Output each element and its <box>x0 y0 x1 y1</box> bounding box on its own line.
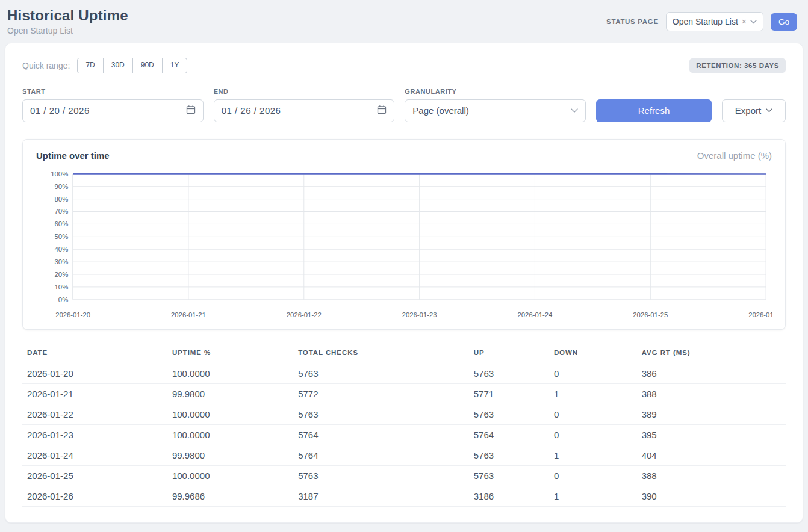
table-row: 2026-01-23100.0000576457640395 <box>22 424 786 445</box>
table-cell: 5763 <box>293 363 469 383</box>
uptime-chart-card: Uptime over time Overall uptime (%) 100%… <box>22 139 786 330</box>
calendar-icon[interactable] <box>377 105 387 117</box>
table-cell: 2026-01-26 <box>22 486 167 506</box>
start-date-field: START 01 / 20 / 2026 <box>22 88 204 122</box>
go-button[interactable]: Go <box>771 13 797 31</box>
table-cell: 99.9800 <box>167 445 293 465</box>
svg-text:10%: 10% <box>55 283 69 290</box>
quick-range-wrap: Quick range: 7D30D90D1Y <box>22 58 187 73</box>
table-cell: 0 <box>549 424 637 445</box>
page: Historical Uptime Open Startup List STAT… <box>0 0 808 523</box>
table-row: 2026-01-2499.9800576457631404 <box>22 445 786 465</box>
table-row: 2026-01-2699.9686318731861390 <box>22 486 786 506</box>
quick-range-label: Quick range: <box>22 61 70 70</box>
table-cell: 5763 <box>293 465 469 486</box>
export-button[interactable]: Export <box>722 99 786 122</box>
table-cell: 5764 <box>293 445 469 465</box>
chart-title: Uptime over time <box>36 150 110 161</box>
svg-text:40%: 40% <box>55 246 69 253</box>
table-cell: 3187 <box>293 486 469 506</box>
svg-text:2026-01-21: 2026-01-21 <box>171 311 206 318</box>
start-date-input[interactable]: 01 / 20 / 2026 <box>22 99 204 122</box>
refresh-button[interactable]: Refresh <box>596 99 712 122</box>
page-subtitle: Open Startup List <box>7 26 128 36</box>
table-cell: 2026-01-24 <box>22 445 167 465</box>
quick-range-1y[interactable]: 1Y <box>162 58 188 73</box>
status-page-select[interactable]: Open Startup List × <box>666 12 763 31</box>
svg-text:70%: 70% <box>55 208 69 215</box>
table-row: 2026-01-22100.0000576357630389 <box>22 404 786 424</box>
column-header: UPTIME % <box>167 345 293 363</box>
table-cell: 0 <box>549 465 637 486</box>
table-cell: 0 <box>549 404 637 424</box>
table-cell: 388 <box>637 465 786 486</box>
uptime-table-head: DATEUPTIME %TOTAL CHECKSUPDOWNAVG RT (MS… <box>22 345 786 363</box>
retention-badge: RETENTION: 365 DAYS <box>689 58 786 73</box>
table-cell: 389 <box>637 404 786 424</box>
table-cell: 2026-01-20 <box>22 363 167 383</box>
svg-text:30%: 30% <box>55 258 69 265</box>
table-row: 2026-01-20100.0000576357630386 <box>22 363 786 383</box>
table-row: 2026-01-25100.0000576357630388 <box>22 465 786 486</box>
chevron-down-icon <box>750 20 757 24</box>
export-button-label: Export <box>735 105 761 116</box>
svg-text:90%: 90% <box>55 182 69 190</box>
table-cell: 5772 <box>293 383 469 404</box>
controls-top-row: Quick range: 7D30D90D1Y RETENTION: 365 D… <box>22 58 786 73</box>
chevron-down-icon <box>766 108 772 113</box>
svg-text:2026-01-22: 2026-01-22 <box>287 311 322 318</box>
table-cell: 1 <box>549 445 637 465</box>
table-cell: 5763 <box>469 404 549 424</box>
table-cell: 5764 <box>293 424 469 445</box>
page-header: Historical Uptime Open Startup List STAT… <box>0 0 808 42</box>
table-cell: 1 <box>549 486 637 506</box>
table-cell: 2026-01-21 <box>22 383 167 404</box>
table-cell: 100.0000 <box>167 424 293 445</box>
uptime-table-head-row: DATEUPTIME %TOTAL CHECKSUPDOWNAVG RT (MS… <box>22 345 786 363</box>
uptime-table-body: 2026-01-20100.00005763576303862026-01-21… <box>22 363 786 506</box>
end-date-label: END <box>214 88 395 95</box>
svg-text:80%: 80% <box>55 195 69 202</box>
svg-text:60%: 60% <box>55 220 69 227</box>
svg-text:2026-01-25: 2026-01-25 <box>633 311 668 318</box>
table-cell: 100.0000 <box>167 404 293 424</box>
end-date-input[interactable]: 01 / 26 / 2026 <box>214 99 395 122</box>
table-cell: 100.0000 <box>167 363 293 383</box>
table-cell: 5763 <box>293 404 469 424</box>
column-header: UP <box>469 345 549 363</box>
granularity-field: GRANULARITY Page (overall) <box>405 88 586 122</box>
table-cell: 5764 <box>469 424 549 445</box>
table-cell: 388 <box>637 383 786 404</box>
quick-range-7d[interactable]: 7D <box>77 58 103 73</box>
chart-header: Uptime over time Overall uptime (%) <box>36 150 772 161</box>
svg-text:2026-01-26: 2026-01-26 <box>748 311 772 318</box>
table-cell: 386 <box>637 363 786 383</box>
start-date-label: START <box>22 88 204 95</box>
calendar-icon[interactable] <box>186 105 196 117</box>
table-cell: 99.9800 <box>167 383 293 404</box>
table-cell: 3186 <box>469 486 549 506</box>
start-date-value: 01 / 20 / 2026 <box>30 105 90 116</box>
table-cell: 2026-01-22 <box>22 404 167 424</box>
quick-range-30d[interactable]: 30D <box>103 58 133 73</box>
column-header: AVG RT (MS) <box>637 345 786 363</box>
table-cell: 5771 <box>469 383 549 404</box>
column-header: DATE <box>22 345 167 363</box>
granularity-label: GRANULARITY <box>405 88 586 95</box>
table-cell: 395 <box>637 424 786 445</box>
table-cell: 5763 <box>469 445 549 465</box>
column-header: TOTAL CHECKS <box>293 345 469 363</box>
svg-text:50%: 50% <box>55 233 69 240</box>
table-cell: 390 <box>637 486 786 506</box>
chart-legend: Overall uptime (%) <box>697 150 772 161</box>
granularity-selected-value: Page (overall) <box>412 105 468 116</box>
quick-range-90d[interactable]: 90D <box>132 58 163 73</box>
svg-text:20%: 20% <box>55 271 69 278</box>
table-cell: 404 <box>637 445 786 465</box>
status-page-selected-value: Open Startup List <box>673 17 738 26</box>
table-cell: 1 <box>549 383 637 404</box>
granularity-select[interactable]: Page (overall) <box>405 99 586 122</box>
header-titles: Historical Uptime Open Startup List <box>7 7 128 36</box>
clear-icon[interactable]: × <box>742 17 747 26</box>
table-cell: 0 <box>549 363 637 383</box>
